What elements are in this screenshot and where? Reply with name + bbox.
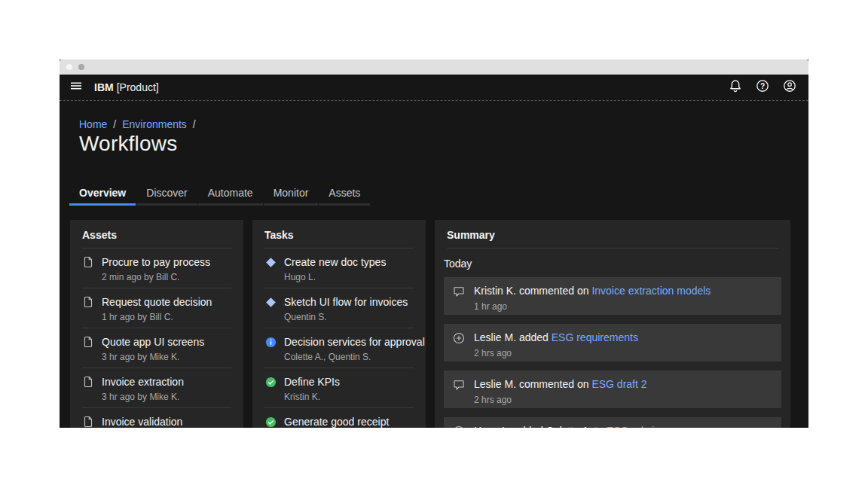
help-icon: ? <box>756 79 769 96</box>
in-progress-icon <box>264 256 277 268</box>
activity-link[interactable]: ESG admins <box>607 425 666 428</box>
task-meta: Hugo L. <box>284 272 386 283</box>
document-icon <box>82 336 94 348</box>
activity-text: Kristin K. commented on <box>474 285 591 297</box>
asset-list-item[interactable]: Request quote decision 1 hr ago by Bill … <box>70 288 243 328</box>
task-list-item[interactable]: Generate good receipt <box>252 408 426 428</box>
tasks-list: Create new doc types Hugo L. Sketch UI f… <box>252 249 426 428</box>
task-title: Generate good receipt <box>284 415 389 428</box>
tab-automate[interactable]: Automate <box>198 181 263 206</box>
bell-icon <box>729 79 742 96</box>
document-icon <box>82 296 94 308</box>
tab-assets[interactable]: Assets <box>319 181 370 206</box>
account-button[interactable] <box>776 75 803 100</box>
add-icon <box>453 332 465 344</box>
asset-title: Invoice extraction <box>102 375 184 389</box>
window-dot <box>66 64 72 70</box>
task-list-item[interactable]: Decision services for approval Colette A… <box>252 328 426 368</box>
activity-item: Leslie M. added ESG requirements 2 hrs a… <box>444 324 781 361</box>
activity-item: Kristin K. commented on Invoice extracti… <box>444 277 781 315</box>
window-dot <box>78 64 84 70</box>
asset-title: Request quote decision <box>102 295 212 309</box>
checkmark-icon <box>264 376 277 388</box>
summary-card-header: Summary <box>435 220 790 249</box>
activity-item: Hugo L. added Colette A. to ESG admins <box>444 417 781 428</box>
task-title: Create new doc types <box>284 255 386 269</box>
today-label: Today <box>435 249 790 277</box>
activity-link[interactable]: ESG draft 2 <box>591 378 646 390</box>
assets-list: Procure to pay process 2 min ago by Bill… <box>70 249 243 428</box>
breadcrumb-link-home[interactable]: Home <box>79 118 107 130</box>
app-header: IBM[Product] ? <box>60 75 808 101</box>
tab-bar: Overview Discover Automate Monitor Asset… <box>69 181 808 206</box>
task-list-item[interactable]: Sketch UI flow for invoices Quentin S. <box>252 288 426 328</box>
summary-card-title: Summary <box>447 228 778 242</box>
activity-text-line: Leslie M. commented on ESG draft 2 <box>474 378 647 391</box>
tab-monitor[interactable]: Monitor <box>264 181 319 206</box>
tab-discover[interactable]: Discover <box>136 181 197 206</box>
asset-list-item[interactable]: Quote app UI screens 3 hr ago by Mike K. <box>70 328 243 368</box>
tasks-card-header: Tasks <box>252 220 426 249</box>
document-icon <box>82 416 94 428</box>
asset-title: Procure to pay process <box>102 255 210 269</box>
task-list-item[interactable]: Define KPIs Kristin K. <box>252 368 426 408</box>
activity-text-line: Kristin K. commented on Invoice extracti… <box>474 285 711 297</box>
info-icon <box>264 336 277 348</box>
asset-title: Quote app UI screens <box>102 335 204 349</box>
task-title: Decision services for approval <box>284 335 425 349</box>
header-actions: ? <box>722 75 808 100</box>
breadcrumb-separator: / <box>193 118 196 130</box>
activity-text-line: Hugo L. added Colette A. to ESG admins <box>474 425 666 428</box>
asset-meta: 3 hr ago by Mike K. <box>102 392 184 403</box>
in-progress-icon <box>264 296 277 308</box>
svg-text:?: ? <box>760 82 765 90</box>
activity-time: 2 hrs ago <box>474 395 647 406</box>
avatar-icon <box>783 79 796 96</box>
brand-product: [Product] <box>117 81 159 93</box>
notifications-button[interactable] <box>722 75 749 100</box>
document-icon <box>82 256 94 268</box>
cards-row: Assets Procure to pay process 2 min ago … <box>70 220 790 428</box>
asset-list-item[interactable]: Invoice validation <box>70 408 243 428</box>
menu-button[interactable] <box>63 75 89 100</box>
tab-overview[interactable]: Overview <box>69 181 136 206</box>
brand: IBM[Product] <box>94 81 159 93</box>
task-meta: Kristin K. <box>284 392 340 403</box>
page-title: Workflows <box>79 131 808 157</box>
activity-text-line: Leslie M. added ESG requirements <box>474 331 638 344</box>
breadcrumb-link-environments[interactable]: Environments <box>122 118 187 130</box>
asset-meta: 3 hr ago by Mike K. <box>102 352 204 363</box>
brand-prefix: IBM <box>94 81 114 93</box>
comment-icon <box>453 379 465 391</box>
document-icon <box>82 376 94 388</box>
activity-time: 1 hr ago <box>474 301 711 313</box>
activity-time: 2 hrs ago <box>474 348 638 359</box>
activity-text: Hugo L. added Colette A. to <box>474 425 607 428</box>
activity-text: Leslie M. added <box>474 331 552 343</box>
summary-card: Summary Today Kristin K. commented on In… <box>435 220 790 428</box>
user-icon <box>453 425 465 428</box>
tasks-card-title: Tasks <box>264 228 414 242</box>
task-meta: Colette A., Quentin S. <box>284 352 425 363</box>
help-button[interactable]: ? <box>749 75 776 100</box>
task-list-item[interactable]: Create new doc types Hugo L. <box>252 249 426 288</box>
checkmark-icon <box>264 416 277 428</box>
task-title: Define KPIs <box>284 375 340 389</box>
asset-list-item[interactable]: Procure to pay process 2 min ago by Bill… <box>70 249 243 288</box>
assets-card-header: Assets <box>70 220 243 249</box>
asset-title: Invoice validation <box>102 415 182 428</box>
asset-list-item[interactable]: Invoice extraction 3 hr ago by Mike K. <box>70 368 243 408</box>
activity-text: Leslie M. commented on <box>474 378 591 390</box>
breadcrumb: Home/Environments/ <box>79 117 808 131</box>
activity-link[interactable]: ESG requirements <box>552 331 638 343</box>
tasks-card: Tasks Create new doc types Hugo L. Sketc… <box>252 220 426 428</box>
window-chrome-bar <box>60 59 808 75</box>
hamburger-icon <box>70 80 82 95</box>
activity-feed: Kristin K. commented on Invoice extracti… <box>435 277 790 428</box>
task-title: Sketch UI flow for invoices <box>284 295 408 309</box>
assets-card: Assets Procure to pay process 2 min ago … <box>70 220 243 428</box>
breadcrumb-separator: / <box>113 118 116 130</box>
activity-link[interactable]: Invoice extraction models <box>591 285 711 297</box>
asset-meta: 2 min ago by Bill C. <box>102 272 210 283</box>
task-meta: Quentin S. <box>284 312 408 323</box>
